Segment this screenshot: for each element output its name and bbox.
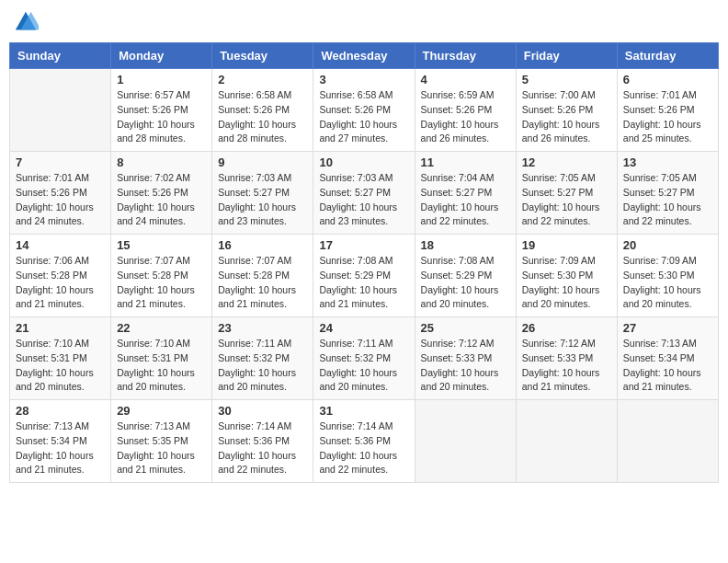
calendar-cell: 17Sunrise: 7:08 AM Sunset: 5:29 PM Dayli…	[313, 235, 415, 317]
day-number: 17	[319, 238, 408, 252]
header-day-tuesday: Tuesday	[212, 43, 313, 69]
day-info: Sunrise: 7:12 AM Sunset: 5:33 PM Dayligh…	[421, 337, 510, 395]
day-number: 6	[623, 73, 712, 86]
calendar-cell: 30Sunrise: 7:14 AM Sunset: 5:36 PM Dayli…	[212, 400, 313, 483]
calendar-cell	[516, 400, 617, 483]
day-info: Sunrise: 6:58 AM Sunset: 5:26 PM Dayligh…	[218, 88, 307, 146]
day-number: 14	[16, 238, 105, 252]
week-row-0: 1Sunrise: 6:57 AM Sunset: 5:26 PM Daylig…	[10, 69, 719, 152]
day-number: 5	[522, 73, 611, 86]
calendar-cell: 1Sunrise: 6:57 AM Sunset: 5:26 PM Daylig…	[111, 69, 212, 152]
week-row-2: 14Sunrise: 7:06 AM Sunset: 5:28 PM Dayli…	[10, 235, 719, 317]
calendar-cell: 12Sunrise: 7:05 AM Sunset: 5:27 PM Dayli…	[516, 152, 617, 235]
calendar-cell: 22Sunrise: 7:10 AM Sunset: 5:31 PM Dayli…	[111, 317, 212, 400]
day-info: Sunrise: 7:03 AM Sunset: 5:27 PM Dayligh…	[319, 171, 408, 229]
calendar-cell: 26Sunrise: 7:12 AM Sunset: 5:33 PM Dayli…	[516, 317, 617, 400]
day-info: Sunrise: 6:57 AM Sunset: 5:26 PM Dayligh…	[117, 88, 206, 146]
header-day-thursday: Thursday	[415, 43, 516, 69]
calendar-cell: 25Sunrise: 7:12 AM Sunset: 5:33 PM Dayli…	[415, 317, 516, 400]
day-info: Sunrise: 6:58 AM Sunset: 5:26 PM Dayligh…	[319, 88, 408, 146]
calendar-cell: 14Sunrise: 7:06 AM Sunset: 5:28 PM Dayli…	[10, 235, 111, 317]
day-info: Sunrise: 7:07 AM Sunset: 5:28 PM Dayligh…	[117, 254, 206, 312]
day-number: 13	[623, 155, 712, 169]
day-info: Sunrise: 7:10 AM Sunset: 5:31 PM Dayligh…	[16, 337, 105, 395]
calendar-cell: 23Sunrise: 7:11 AM Sunset: 5:32 PM Dayli…	[212, 317, 313, 400]
logo-icon	[13, 9, 39, 35]
header-day-monday: Monday	[111, 43, 212, 69]
day-info: Sunrise: 7:08 AM Sunset: 5:29 PM Dayligh…	[421, 254, 510, 312]
calendar-cell: 28Sunrise: 7:13 AM Sunset: 5:34 PM Dayli…	[10, 400, 111, 483]
calendar-cell: 24Sunrise: 7:11 AM Sunset: 5:32 PM Dayli…	[313, 317, 415, 400]
calendar-cell: 15Sunrise: 7:07 AM Sunset: 5:28 PM Dayli…	[111, 235, 212, 317]
day-info: Sunrise: 7:13 AM Sunset: 5:34 PM Dayligh…	[623, 337, 712, 395]
day-number: 19	[522, 238, 611, 252]
day-number: 16	[218, 238, 307, 252]
day-number: 18	[421, 238, 510, 252]
day-info: Sunrise: 7:07 AM Sunset: 5:28 PM Dayligh…	[218, 254, 307, 312]
week-row-3: 21Sunrise: 7:10 AM Sunset: 5:31 PM Dayli…	[10, 317, 719, 400]
day-number: 12	[522, 155, 611, 169]
header-day-wednesday: Wednesday	[313, 43, 415, 69]
week-row-4: 28Sunrise: 7:13 AM Sunset: 5:34 PM Dayli…	[10, 400, 719, 483]
calendar-cell: 13Sunrise: 7:05 AM Sunset: 5:27 PM Dayli…	[617, 152, 718, 235]
day-number: 22	[117, 321, 206, 335]
calendar-cell	[617, 400, 718, 483]
day-number: 15	[117, 238, 206, 252]
calendar-cell: 21Sunrise: 7:10 AM Sunset: 5:31 PM Dayli…	[10, 317, 111, 400]
calendar-cell: 29Sunrise: 7:13 AM Sunset: 5:35 PM Dayli…	[111, 400, 212, 483]
day-info: Sunrise: 7:05 AM Sunset: 5:27 PM Dayligh…	[522, 171, 611, 229]
day-number: 28	[16, 404, 105, 418]
calendar-body: 1Sunrise: 6:57 AM Sunset: 5:26 PM Daylig…	[10, 69, 719, 483]
day-number: 4	[421, 73, 510, 86]
header-day-saturday: Saturday	[617, 43, 718, 69]
calendar-cell: 19Sunrise: 7:09 AM Sunset: 5:30 PM Dayli…	[516, 235, 617, 317]
day-number: 21	[16, 321, 105, 335]
calendar-cell: 10Sunrise: 7:03 AM Sunset: 5:27 PM Dayli…	[313, 152, 415, 235]
day-number: 23	[218, 321, 307, 335]
day-info: Sunrise: 7:11 AM Sunset: 5:32 PM Dayligh…	[319, 337, 408, 395]
day-number: 25	[421, 321, 510, 335]
day-info: Sunrise: 7:13 AM Sunset: 5:35 PM Dayligh…	[117, 419, 206, 477]
day-info: Sunrise: 7:06 AM Sunset: 5:28 PM Dayligh…	[16, 254, 105, 312]
day-info: Sunrise: 6:59 AM Sunset: 5:26 PM Dayligh…	[421, 88, 510, 146]
day-info: Sunrise: 7:10 AM Sunset: 5:31 PM Dayligh…	[117, 337, 206, 395]
day-number: 31	[319, 404, 408, 418]
calendar-cell: 2Sunrise: 6:58 AM Sunset: 5:26 PM Daylig…	[212, 69, 313, 152]
calendar-cell: 16Sunrise: 7:07 AM Sunset: 5:28 PM Dayli…	[212, 235, 313, 317]
day-number: 26	[522, 321, 611, 335]
day-number: 1	[117, 73, 206, 86]
calendar-cell: 27Sunrise: 7:13 AM Sunset: 5:34 PM Dayli…	[617, 317, 718, 400]
day-info: Sunrise: 7:08 AM Sunset: 5:29 PM Dayligh…	[319, 254, 408, 312]
day-number: 3	[319, 73, 408, 86]
calendar-cell: 6Sunrise: 7:01 AM Sunset: 5:26 PM Daylig…	[617, 69, 718, 152]
calendar-cell: 7Sunrise: 7:01 AM Sunset: 5:26 PM Daylig…	[10, 152, 111, 235]
calendar-cell: 18Sunrise: 7:08 AM Sunset: 5:29 PM Dayli…	[415, 235, 516, 317]
day-info: Sunrise: 7:09 AM Sunset: 5:30 PM Dayligh…	[623, 254, 712, 312]
day-info: Sunrise: 7:01 AM Sunset: 5:26 PM Dayligh…	[16, 171, 105, 229]
calendar-header-row: SundayMondayTuesdayWednesdayThursdayFrid…	[10, 43, 719, 69]
calendar-cell: 4Sunrise: 6:59 AM Sunset: 5:26 PM Daylig…	[415, 69, 516, 152]
day-info: Sunrise: 7:04 AM Sunset: 5:27 PM Dayligh…	[421, 171, 510, 229]
day-number: 2	[218, 73, 307, 86]
calendar-cell: 5Sunrise: 7:00 AM Sunset: 5:26 PM Daylig…	[516, 69, 617, 152]
day-info: Sunrise: 7:14 AM Sunset: 5:36 PM Dayligh…	[218, 419, 307, 477]
calendar-cell: 9Sunrise: 7:03 AM Sunset: 5:27 PM Daylig…	[212, 152, 313, 235]
day-info: Sunrise: 7:05 AM Sunset: 5:27 PM Dayligh…	[623, 171, 712, 229]
day-info: Sunrise: 7:02 AM Sunset: 5:26 PM Dayligh…	[117, 171, 206, 229]
day-info: Sunrise: 7:09 AM Sunset: 5:30 PM Dayligh…	[522, 254, 611, 312]
day-info: Sunrise: 7:13 AM Sunset: 5:34 PM Dayligh…	[16, 419, 105, 477]
day-info: Sunrise: 7:01 AM Sunset: 5:26 PM Dayligh…	[623, 88, 712, 146]
day-number: 27	[623, 321, 712, 335]
day-info: Sunrise: 7:00 AM Sunset: 5:26 PM Dayligh…	[522, 88, 611, 146]
header-day-friday: Friday	[516, 43, 617, 69]
day-info: Sunrise: 7:11 AM Sunset: 5:32 PM Dayligh…	[218, 337, 307, 395]
day-info: Sunrise: 7:14 AM Sunset: 5:36 PM Dayligh…	[319, 419, 408, 477]
day-number: 10	[319, 155, 408, 169]
day-info: Sunrise: 7:12 AM Sunset: 5:33 PM Dayligh…	[522, 337, 611, 395]
calendar-cell: 3Sunrise: 6:58 AM Sunset: 5:26 PM Daylig…	[313, 69, 415, 152]
day-number: 7	[16, 155, 105, 169]
day-number: 8	[117, 155, 206, 169]
calendar-cell: 20Sunrise: 7:09 AM Sunset: 5:30 PM Dayli…	[617, 235, 718, 317]
header-day-sunday: Sunday	[10, 43, 111, 69]
day-number: 9	[218, 155, 307, 169]
